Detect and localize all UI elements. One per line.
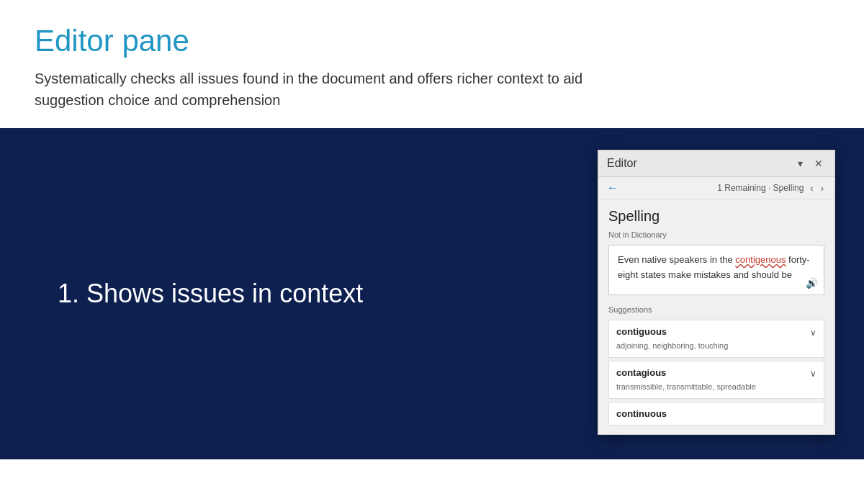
editor-nav: ← 1 Remaining · Spelling ‹ › (598, 177, 834, 199)
page-title: Editor pane (35, 23, 829, 59)
context-box: Even native speakers in the contigenous … (608, 245, 824, 295)
nav-next-button[interactable]: › (819, 182, 826, 194)
editor-close-button[interactable]: ✕ (811, 156, 826, 171)
editor-header-controls: ▾ ✕ (795, 156, 826, 171)
suggestion-item[interactable]: continuous (608, 402, 824, 426)
editor-panel-title: Editor (607, 157, 637, 170)
suggestion-word: continuous (616, 408, 667, 419)
page-subtitle: Systematically checks all issues found i… (35, 68, 625, 111)
not-in-dictionary-label: Not in Dictionary (608, 230, 824, 239)
editor-dropdown-button[interactable]: ▾ (795, 156, 806, 171)
editor-body: Spelling Not in Dictionary Even native s… (598, 199, 834, 434)
suggestion-content: contagious transmissible, transmittable,… (616, 367, 756, 392)
suggestion-synonyms: adjoining, neighboring, touching (616, 341, 728, 350)
speaker-button[interactable]: 🔊 (806, 277, 818, 289)
suggestions-label: Suggestions (608, 305, 824, 314)
nav-arrows: ‹ › (808, 182, 826, 194)
suggestion-word: contagious (616, 367, 756, 378)
editor-header: Editor ▾ ✕ (598, 150, 834, 177)
suggestion-content: contiguous adjoining, neighboring, touch… (616, 326, 728, 351)
nav-status-text: 1 Remaining · Spelling (717, 183, 804, 193)
suggestion-item[interactable]: contiguous adjoining, neighboring, touch… (608, 320, 824, 358)
nav-status: 1 Remaining · Spelling ‹ › (717, 182, 826, 194)
misspelled-word: contigenous (735, 254, 786, 265)
top-section: Editor pane Systematically checks all is… (0, 0, 864, 128)
context-text-before: Even native speakers in the (618, 254, 735, 265)
dark-section: 1. Shows issues in context Editor ▾ ✕ ← … (0, 128, 864, 459)
editor-back-button[interactable]: ← (607, 181, 618, 194)
suggestion-item[interactable]: contagious transmissible, transmittable,… (608, 361, 824, 399)
nav-prev-button[interactable]: ‹ (808, 182, 815, 194)
editor-panel: Editor ▾ ✕ ← 1 Remaining · Spelling ‹ › … (598, 150, 835, 435)
suggestion-synonyms: transmissible, transmittable, spreadable (616, 382, 756, 391)
spelling-heading: Spelling (608, 208, 824, 225)
chevron-down-icon: ∨ (810, 369, 816, 379)
chevron-down-icon: ∨ (810, 328, 816, 338)
suggestion-word: contiguous (616, 326, 728, 337)
